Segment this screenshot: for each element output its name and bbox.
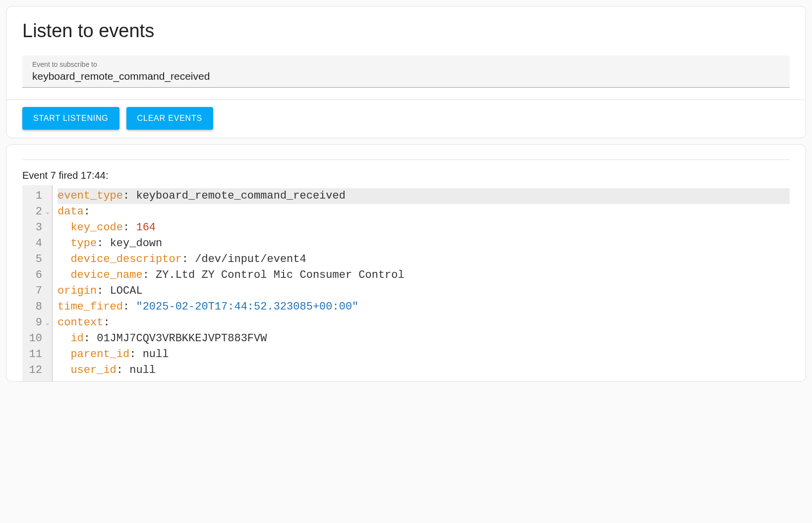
line-number: 6 [36,267,42,283]
line-number: 5 [36,252,42,267]
gutter-line: 12 [27,363,49,378]
start-listening-button[interactable]: START LISTENING [22,107,119,130]
events-output-card: Event 7 fired 17:44: 12⌄3456789⌄101112 e… [6,144,806,382]
line-number: 9 [36,315,42,331]
line-number: 3 [36,220,42,236]
line-number: 8 [36,299,42,315]
fold-toggle-icon[interactable]: ⌄ [44,315,49,331]
line-number: 10 [29,331,42,347]
code-line: event_type: keyboard_remote_command_rece… [58,188,790,204]
event-code-viewer: 12⌄3456789⌄101112 event_type: keyboard_r… [22,185,790,381]
gutter-line: 9⌄ [27,315,49,331]
listen-events-card: Listen to events Event to subscribe to S… [6,6,806,138]
gutter-line: 10 [27,331,49,347]
listen-card-body: Listen to events Event to subscribe to [6,6,806,100]
gutter-line: 2⌄ [27,204,49,220]
gutter-line: 3 [27,220,49,236]
code-line: device_name: ZY.Ltd ZY Control Mic Consu… [58,267,790,283]
gutter-line: 8 [27,299,49,315]
code-line: data: [58,204,790,220]
gutter-line: 5 [27,252,49,267]
gutter-line: 7 [27,283,49,299]
code-line: time_fired: "2025-02-20T17:44:52.323085+… [58,299,790,315]
clear-events-button[interactable]: CLEAR EVENTS [126,107,213,130]
line-number: 11 [29,347,42,363]
events-divider [22,159,790,160]
gutter-line: 4 [27,236,49,252]
listen-card-title: Listen to events [22,20,790,42]
code-line: context: [58,315,790,331]
event-subscribe-label: Event to subscribe to [32,60,780,68]
code-line: id: 01JMJ7CQV3VRBKKEJVPT883FVW [58,331,790,347]
code-content: event_type: keyboard_remote_command_rece… [52,185,790,381]
code-line: user_id: null [58,363,790,378]
gutter-line: 6 [27,267,49,283]
code-gutter: 12⌄3456789⌄101112 [22,185,52,381]
fold-toggle-icon[interactable]: ⌄ [44,204,49,220]
code-line: device_descriptor: /dev/input/event4 [58,252,790,267]
event-subscribe-input[interactable] [32,70,780,82]
code-line: parent_id: null [58,347,790,363]
listen-card-actions: START LISTENING CLEAR EVENTS [6,100,806,138]
event-subscribe-field[interactable]: Event to subscribe to [22,55,790,88]
events-card-body: Event 7 fired 17:44: 12⌄3456789⌄101112 e… [6,159,806,381]
event-fired-header: Event 7 fired 17:44: [22,170,790,181]
line-number: 1 [36,188,42,204]
gutter-line: 1 [27,188,49,204]
line-number: 7 [36,283,42,299]
gutter-line: 11 [27,347,49,363]
line-number: 12 [29,363,42,378]
code-line: key_code: 164 [58,220,790,236]
line-number: 2 [36,204,42,220]
code-line: type: key_down [58,236,790,252]
line-number: 4 [36,236,42,252]
code-line: origin: LOCAL [58,283,790,299]
